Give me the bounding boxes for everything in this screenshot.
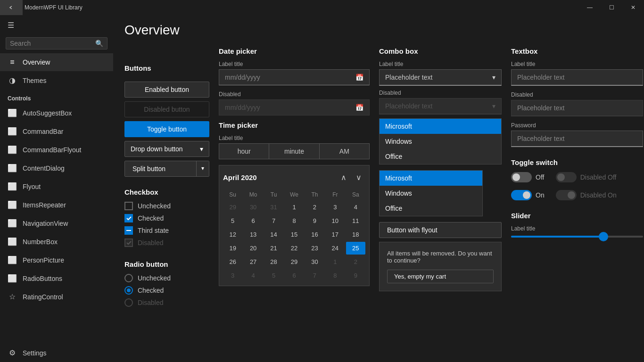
maximize-button[interactable]: ☐ <box>601 0 622 15</box>
cal-day[interactable]: 2 <box>346 255 365 268</box>
second-dropdown-item-office[interactable]: Office <box>380 201 482 216</box>
sidebar-item-personpicture[interactable]: ⬜ PersonPicture <box>0 251 113 269</box>
combobox-select[interactable]: Placeholder text ▾ <box>379 69 502 86</box>
textbox-input[interactable] <box>511 69 643 86</box>
sidebar-item-numberbox[interactable]: ⬜ NumberBox <box>0 232 113 251</box>
radiobuttons-icon: ⬜ <box>8 274 17 283</box>
cal-day[interactable]: 18 <box>346 228 365 241</box>
slider-track[interactable] <box>511 236 643 238</box>
combobox-disabled-label: Disabled <box>379 90 502 96</box>
toggle-button[interactable]: Toggle button <box>124 121 209 137</box>
dropdown-item-microsoft[interactable]: Microsoft <box>380 119 501 134</box>
cal-day[interactable]: 1 <box>284 201 304 214</box>
sidebar-item-settings[interactable]: ⚙ Settings <box>0 344 113 362</box>
cal-day[interactable]: 17 <box>325 228 345 241</box>
checkbox-checked-box[interactable] <box>124 214 133 222</box>
cal-day[interactable]: 4 <box>346 201 365 214</box>
cal-day[interactable]: 16 <box>305 228 324 241</box>
cal-day[interactable]: 8 <box>325 269 345 282</box>
cal-day[interactable]: 20 <box>243 242 263 255</box>
sidebar-item-autosuggest[interactable]: ⬜ AutoSuggestBox <box>0 104 113 122</box>
cal-day[interactable]: 22 <box>284 242 304 255</box>
cal-day[interactable]: 13 <box>243 228 263 241</box>
sidebar-item-ratingcontrol[interactable]: ☆ RatingControl <box>0 288 113 306</box>
cal-day[interactable]: 29 <box>284 255 304 268</box>
minimize-button[interactable]: — <box>579 0 601 15</box>
split-button-arrow[interactable]: ▾ <box>196 161 209 176</box>
timepicker-minute[interactable]: minute <box>269 144 319 159</box>
back-button[interactable] <box>0 0 23 15</box>
radio-unchecked-circle[interactable] <box>124 274 133 282</box>
cal-day[interactable]: 9 <box>346 269 365 282</box>
radio-checked-circle[interactable] <box>124 286 133 295</box>
flyout-button[interactable]: Button with flyout <box>379 222 502 238</box>
cal-day[interactable]: 23 <box>305 242 324 255</box>
cal-day[interactable]: 5 <box>264 269 283 282</box>
cal-day[interactable]: 15 <box>284 228 304 241</box>
cal-day[interactable]: 12 <box>223 228 242 241</box>
toggle-on-switch[interactable] <box>511 190 532 200</box>
cal-day[interactable]: 3 <box>325 201 345 214</box>
cal-day[interactable]: 24 <box>325 242 345 255</box>
second-dropdown-item-windows[interactable]: Windows <box>380 186 482 201</box>
cal-day[interactable]: 19 <box>223 242 242 255</box>
sidebar-item-contentdialog[interactable]: ⬜ ContentDialog <box>0 159 113 177</box>
cal-day[interactable]: 5 <box>223 214 242 227</box>
sidebar-item-label: RadioButtons <box>23 275 62 282</box>
split-button-main[interactable]: Split button <box>125 161 196 176</box>
enabled-button[interactable]: Enabled button <box>124 82 209 98</box>
cal-day[interactable]: 29 <box>223 201 242 214</box>
dropdown-item-windows[interactable]: Windows <box>380 134 501 149</box>
cal-day[interactable]: 30 <box>305 255 324 268</box>
cal-header-mo: Mo <box>243 189 263 200</box>
cal-day[interactable]: 27 <box>243 255 263 268</box>
cal-day[interactable]: 4 <box>243 269 263 282</box>
cal-day[interactable]: 30 <box>243 201 263 214</box>
cal-day[interactable]: 7 <box>305 269 324 282</box>
second-dropdown-item-microsoft[interactable]: Microsoft <box>380 171 482 186</box>
cal-day[interactable]: 9 <box>305 214 324 227</box>
slider-thumb[interactable] <box>599 232 608 241</box>
sidebar-item-label: Settings <box>23 349 47 357</box>
dropdown-button[interactable]: Drop down button ▾ <box>124 141 209 157</box>
timepicker-hour[interactable]: hour <box>219 144 269 159</box>
cal-day[interactable]: 6 <box>243 214 263 227</box>
calendar-prev-button[interactable]: ∧ <box>337 171 350 184</box>
sidebar-item-flyout[interactable]: ⬜ Flyout <box>0 177 113 196</box>
cal-day[interactable]: 2 <box>305 201 324 214</box>
cal-day[interactable]: 8 <box>284 214 304 227</box>
sidebar-item-itemsrepeater[interactable]: ⬜ ItemsRepeater <box>0 196 113 214</box>
cal-day[interactable]: 11 <box>346 214 365 227</box>
close-button[interactable]: ✕ <box>622 0 644 15</box>
textbox-password-input[interactable] <box>511 131 643 147</box>
cal-day[interactable]: 3 <box>223 269 242 282</box>
hamburger-menu[interactable]: ☰ <box>0 15 113 35</box>
cal-day[interactable]: 21 <box>264 242 283 255</box>
cal-day[interactable]: 26 <box>223 255 242 268</box>
toggle-off-row: Off <box>511 172 545 182</box>
timepicker-ampm[interactable]: AM <box>320 144 369 159</box>
sidebar-item-radiobuttons[interactable]: ⬜ RadioButtons <box>0 269 113 288</box>
cal-day[interactable]: 10 <box>325 214 345 227</box>
calendar-next-button[interactable]: ∨ <box>352 171 365 184</box>
flyout-confirm-button[interactable]: Yes, empty my cart <box>387 270 494 283</box>
sidebar-item-commandbarflyout[interactable]: ⬜ CommandBarFlyout <box>0 140 113 159</box>
dropdown-item-office[interactable]: Office <box>380 149 501 164</box>
radio-disabled: Disabled <box>124 298 209 307</box>
cal-day[interactable]: 7 <box>264 214 283 227</box>
cal-day[interactable]: 6 <box>284 269 304 282</box>
sidebar-item-commandbar[interactable]: ⬜ CommandBar <box>0 122 113 140</box>
sidebar-item-navigationview[interactable]: ⬜ NavigationView <box>0 214 113 232</box>
cal-day[interactable]: 31 <box>264 201 283 214</box>
cal-day-today[interactable]: 25 <box>346 242 365 255</box>
datepicker-input[interactable]: mm/dd/yyyy 📅 <box>219 69 370 85</box>
search-input[interactable] <box>10 40 95 47</box>
cal-day[interactable]: 28 <box>264 255 283 268</box>
cal-day[interactable]: 1 <box>325 255 345 268</box>
cal-day[interactable]: 14 <box>264 228 283 241</box>
checkbox-thirdstate-box[interactable] <box>124 226 133 235</box>
sidebar-item-overview[interactable]: ≡ Overview <box>0 53 113 71</box>
sidebar-item-themes[interactable]: ◑ Themes <box>0 71 113 90</box>
checkbox-unchecked-box[interactable] <box>124 202 133 210</box>
toggle-off-switch[interactable] <box>511 172 532 182</box>
